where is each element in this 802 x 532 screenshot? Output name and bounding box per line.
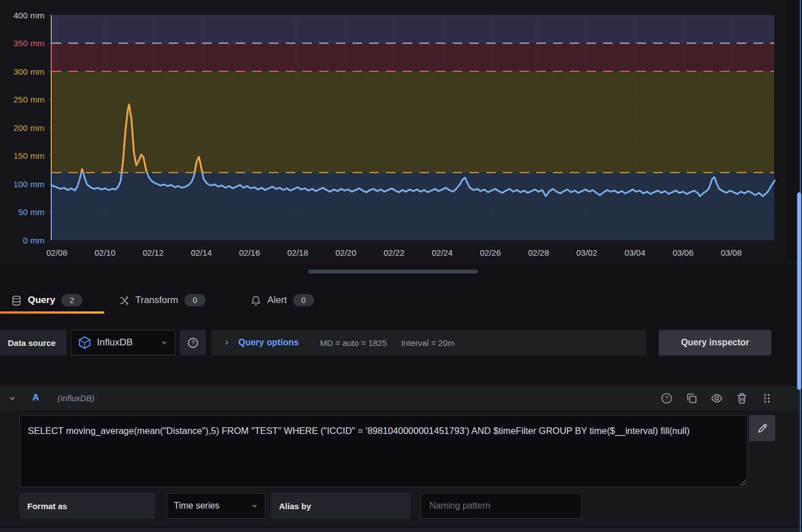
query-ref-id: A (32, 392, 39, 403)
panel-resize-handle[interactable] (308, 270, 478, 274)
svg-text:?: ? (665, 394, 669, 402)
chevron-down-icon (251, 502, 258, 510)
database-icon (11, 295, 22, 306)
threshold-band (52, 71, 774, 173)
drag-handle-icon[interactable] (761, 392, 773, 404)
help-circle-icon: ? (187, 337, 199, 349)
pencil-icon (756, 422, 769, 435)
active-tab-underline (0, 311, 104, 314)
chevron-down-icon (160, 339, 168, 346)
bell-icon (251, 295, 261, 306)
tab-query-count-badge: 2 (61, 294, 82, 306)
datasource-picker[interactable]: InfluxDB (71, 330, 175, 355)
query-datasource-hint: (InfluxDB) (57, 393, 95, 403)
x-tick-label: 03/06 (673, 248, 694, 257)
edit-query-button[interactable] (749, 415, 775, 441)
alias-by-input-wrap (420, 493, 582, 519)
x-tick-label: 02/24 (432, 248, 453, 257)
max-data-points-value: MD = auto = 1825 (320, 338, 387, 348)
x-tick-label: 03/04 (624, 248, 645, 257)
x-tick-label: 02/20 (335, 248, 356, 257)
y-tick-label: 400 mm (13, 11, 45, 20)
format-as-label: Format as (19, 493, 155, 519)
transform-icon (119, 295, 129, 306)
x-tick-label: 02/22 (384, 248, 405, 257)
y-tick-label: 50 mm (18, 207, 45, 217)
x-tick-label: 02/18 (287, 248, 309, 257)
copy-icon[interactable] (686, 392, 698, 404)
y-tick-label: 250 mm (13, 95, 45, 104)
x-tick-label: 02/26 (480, 248, 501, 257)
tab-transform[interactable]: Transform 0 (119, 287, 206, 314)
tab-alert[interactable]: Alert 0 (251, 287, 314, 314)
threshold-band (52, 43, 774, 72)
x-tick-label: 02/14 (191, 248, 212, 257)
datasource-label: Data source (0, 330, 67, 355)
y-tick-label: 100 mm (13, 179, 45, 189)
timeseries-panel: 02/0802/1002/1202/1402/1602/1802/2002/22… (0, 0, 785, 262)
vertical-scrollbar-thumb[interactable] (797, 192, 801, 390)
y-tick-label: 150 mm (13, 151, 45, 160)
help-circle-icon[interactable]: ? (661, 392, 673, 404)
tab-query-label: Query (28, 295, 55, 306)
x-tick-label: 03/02 (576, 248, 598, 257)
tab-transform-label: Transform (135, 295, 178, 306)
chevron-right-icon (223, 339, 231, 346)
query-inspector-button[interactable]: Query inspector (659, 330, 771, 355)
influxql-query-input[interactable]: SELECT moving_average(mean("Distance"),5… (19, 415, 747, 487)
influxdb-logo-icon (78, 336, 91, 349)
query-options-bar[interactable]: Query options MD = auto = 1825 Interval … (212, 330, 647, 355)
trash-icon[interactable] (736, 392, 748, 404)
x-tick-label: 03/08 (721, 248, 742, 257)
x-tick-label: 02/28 (528, 248, 549, 257)
grafana-panel-editor: 02/0802/1002/1202/1402/1602/1802/2002/22… (0, 0, 802, 532)
tab-query[interactable]: Query 2 (11, 287, 82, 314)
next-query-row-edge (0, 528, 802, 532)
x-tick-label: 02/16 (239, 248, 260, 257)
x-tick-label: 02/12 (143, 248, 164, 257)
datasource-selected-value: InfluxDB (97, 337, 155, 348)
eye-icon[interactable] (711, 392, 723, 404)
y-tick-label: 300 mm (13, 67, 45, 76)
y-tick-label: 200 mm (13, 123, 45, 133)
editor-tabbar: Query 2 Transform 0 Alert 0 (0, 287, 802, 314)
format-as-value: Time series (174, 501, 251, 511)
y-tick-label: 0 mm (23, 236, 45, 245)
tab-transform-count-badge: 0 (184, 294, 206, 306)
x-tick-label: 02/08 (46, 248, 67, 257)
tab-alert-count-badge: 0 (293, 294, 314, 306)
datasource-help-button[interactable]: ? (180, 330, 206, 355)
x-tick-label: 02/10 (95, 248, 116, 257)
y-tick-label: 350 mm (13, 38, 45, 48)
alias-by-label: Alias by (271, 493, 410, 519)
alias-by-input[interactable] (428, 500, 574, 511)
timeseries-chart[interactable]: 02/0802/1002/1202/1402/1602/1802/2002/22… (0, 0, 802, 262)
query-row-header[interactable]: A (InfluxDB) ? (0, 386, 802, 411)
chevron-down-icon[interactable] (8, 394, 17, 403)
query-row-actions: ? (661, 386, 773, 411)
format-as-select[interactable]: Time series (167, 493, 266, 519)
svg-text:?: ? (191, 339, 194, 346)
query-options-label: Query options (238, 338, 299, 348)
tab-alert-label: Alert (267, 295, 287, 306)
panel-divider (0, 262, 802, 263)
threshold-band (52, 173, 774, 240)
interval-value: Interval = 20m (402, 338, 454, 348)
query-editor-row-a: A (InfluxDB) ? SELECT moving_average(mea… (0, 386, 802, 526)
threshold-band (52, 15, 774, 43)
